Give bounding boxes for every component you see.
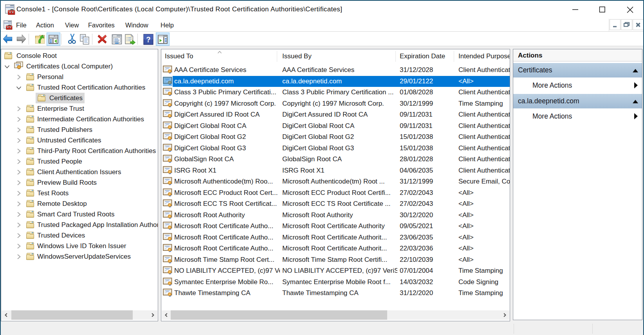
svg-text:?: ? <box>146 36 150 44</box>
